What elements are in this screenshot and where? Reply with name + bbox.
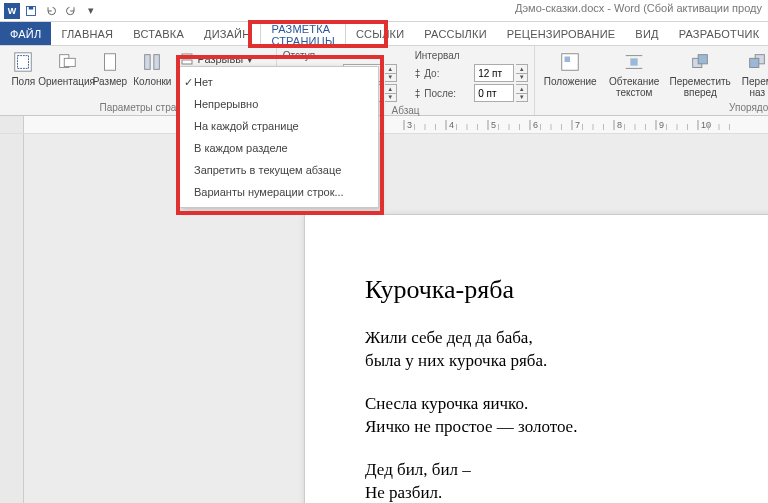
document-page[interactable]: Курочка-ряба Жили себе дед да баба,была … bbox=[304, 214, 768, 503]
svg-rect-1 bbox=[29, 6, 34, 9]
spacing-before-icon: ‡ bbox=[415, 68, 421, 79]
tab-file[interactable]: ФАЙЛ bbox=[0, 22, 51, 45]
dd-suppress-current[interactable]: Запретить в текущем абзаце bbox=[180, 159, 378, 181]
group-arrange: Положение Обтекание текстом Переместить … bbox=[535, 46, 768, 115]
window-title: Дэмо-сказки.docx - Word (Сбой активации … bbox=[515, 2, 762, 14]
svg-rect-17 bbox=[631, 58, 638, 65]
margins-label: Поля bbox=[11, 76, 35, 87]
tab-references[interactable]: ССЫЛКИ bbox=[346, 22, 414, 45]
wrap-text-icon bbox=[622, 50, 646, 74]
send-backward-button[interactable]: Перем наз bbox=[737, 50, 768, 98]
spacing-before-spinner[interactable]: ▲▼ bbox=[474, 64, 528, 82]
svg-text:3: 3 bbox=[407, 120, 412, 130]
spinner-arrows[interactable]: ▲▼ bbox=[385, 64, 397, 82]
spinner-arrows[interactable]: ▲▼ bbox=[516, 64, 528, 82]
columns-button[interactable]: Колонки bbox=[133, 50, 171, 87]
spinner-arrows[interactable]: ▲▼ bbox=[385, 84, 397, 102]
tab-view[interactable]: ВИД bbox=[625, 22, 668, 45]
spacing-after-icon: ‡ bbox=[415, 88, 421, 99]
document-line[interactable]: была у них курочка ряба. bbox=[365, 350, 768, 373]
document-line[interactable]: Яичко не простое — золотое. bbox=[365, 416, 768, 439]
svg-rect-10 bbox=[182, 60, 192, 64]
svg-text:10: 10 bbox=[701, 120, 711, 130]
wrap-text-label: Обтекание текстом bbox=[605, 76, 663, 98]
svg-rect-16 bbox=[565, 57, 571, 63]
document-heading[interactable]: Курочка-ряба bbox=[365, 275, 768, 305]
document-line[interactable]: Дед бил, бил – bbox=[365, 459, 768, 482]
dd-none[interactable]: Нет bbox=[180, 71, 378, 93]
size-icon bbox=[98, 50, 122, 74]
tab-review[interactable]: РЕЦЕНЗИРОВАНИЕ bbox=[497, 22, 626, 45]
orientation-icon bbox=[55, 50, 79, 74]
svg-rect-21 bbox=[698, 55, 707, 64]
title-bar: W ▾ Дэмо-сказки.docx - Word (Сбой актива… bbox=[0, 0, 768, 22]
stanza[interactable]: Снесла курочка яичко.Яичко не простое — … bbox=[365, 393, 768, 439]
save-icon[interactable] bbox=[24, 4, 38, 18]
undo-icon[interactable] bbox=[44, 4, 58, 18]
columns-label: Колонки bbox=[133, 76, 171, 87]
stanza[interactable]: Дед бил, бил –Не разбил. bbox=[365, 459, 768, 503]
word-app-icon: W bbox=[4, 3, 20, 19]
margins-button[interactable]: Поля bbox=[6, 50, 41, 87]
tab-design[interactable]: ДИЗАЙН bbox=[194, 22, 260, 45]
spacing-after-spinner[interactable]: ▲▼ bbox=[474, 84, 528, 102]
document-body[interactable]: Жили себе дед да баба,была у них курочка… bbox=[365, 327, 768, 503]
tab-mailings[interactable]: РАССЫЛКИ bbox=[414, 22, 496, 45]
orientation-label: Ориентация bbox=[38, 76, 95, 87]
svg-rect-6 bbox=[104, 54, 115, 71]
document-line[interactable]: Не разбил. bbox=[365, 482, 768, 503]
indent-header: Отступ bbox=[283, 50, 397, 61]
bring-forward-button[interactable]: Переместить вперед bbox=[669, 50, 731, 98]
arrange-group-label: Упорядоч bbox=[541, 102, 768, 113]
document-line[interactable]: Жили себе дед да баба, bbox=[365, 327, 768, 350]
svg-rect-5 bbox=[64, 58, 75, 66]
svg-text:5: 5 bbox=[491, 120, 496, 130]
send-backward-label: Перем наз bbox=[737, 76, 768, 98]
spacing-before-input[interactable] bbox=[474, 64, 514, 82]
position-label: Положение bbox=[544, 76, 597, 87]
ribbon-panel: Поля Ориентация Размер Колонки Разрывы▾ bbox=[0, 46, 768, 116]
bring-forward-label: Переместить вперед bbox=[669, 76, 731, 98]
spacing-after-input[interactable] bbox=[474, 84, 514, 102]
tab-home[interactable]: ГЛАВНАЯ bbox=[51, 22, 123, 45]
tab-developer[interactable]: РАЗРАБОТЧИК bbox=[669, 22, 768, 45]
line-numbers-dropdown: Нет Непрерывно На каждой странице В кажд… bbox=[179, 66, 379, 208]
breaks-label: Разрывы bbox=[197, 53, 243, 65]
breaks-icon bbox=[181, 53, 193, 65]
qat-dropdown-icon[interactable]: ▾ bbox=[84, 4, 98, 18]
position-button[interactable]: Положение bbox=[541, 50, 599, 87]
svg-text:7: 7 bbox=[575, 120, 580, 130]
page-viewport[interactable]: Курочка-ряба Жили себе дед да баба,была … bbox=[24, 134, 768, 503]
spinner-arrows[interactable]: ▲▼ bbox=[516, 84, 528, 102]
dd-continuous[interactable]: Непрерывно bbox=[180, 93, 378, 115]
bring-forward-icon bbox=[688, 50, 712, 74]
vertical-ruler[interactable] bbox=[0, 134, 24, 503]
ruler-corner bbox=[0, 116, 24, 133]
svg-text:6: 6 bbox=[533, 120, 538, 130]
dd-each-page[interactable]: На каждой странице bbox=[180, 115, 378, 137]
spacing-header: Интервал bbox=[415, 50, 529, 61]
svg-rect-9 bbox=[182, 54, 192, 58]
dd-each-section[interactable]: В каждом разделе bbox=[180, 137, 378, 159]
size-button[interactable]: Размер bbox=[93, 50, 128, 87]
document-area: Курочка-ряба Жили себе дед да баба,была … bbox=[0, 134, 768, 503]
stanza[interactable]: Жили себе дед да баба,была у них курочка… bbox=[365, 327, 768, 373]
tab-page-layout[interactable]: РАЗМЕТКА СТРАНИЦЫ bbox=[260, 22, 346, 46]
wrap-text-button[interactable]: Обтекание текстом bbox=[605, 50, 663, 98]
horizontal-ruler[interactable]: 345678910 bbox=[24, 116, 768, 133]
position-icon bbox=[558, 50, 582, 74]
dd-options[interactable]: Варианты нумерации строк... bbox=[180, 181, 378, 203]
document-line[interactable]: Снесла курочка яичко. bbox=[365, 393, 768, 416]
orientation-button[interactable]: Ориентация bbox=[47, 50, 87, 87]
redo-icon[interactable] bbox=[64, 4, 78, 18]
size-label: Размер bbox=[93, 76, 127, 87]
svg-text:4: 4 bbox=[449, 120, 454, 130]
svg-text:9: 9 bbox=[659, 120, 664, 130]
svg-text:8: 8 bbox=[617, 120, 622, 130]
svg-rect-8 bbox=[154, 55, 160, 70]
chevron-down-icon: ▾ bbox=[247, 53, 253, 66]
tab-insert[interactable]: ВСТАВКА bbox=[123, 22, 194, 45]
ribbon-tab-strip: ФАЙЛ ГЛАВНАЯ ВСТАВКА ДИЗАЙН РАЗМЕТКА СТР… bbox=[0, 22, 768, 46]
spacing-before-label: До: bbox=[424, 68, 470, 79]
svg-rect-7 bbox=[145, 55, 151, 70]
